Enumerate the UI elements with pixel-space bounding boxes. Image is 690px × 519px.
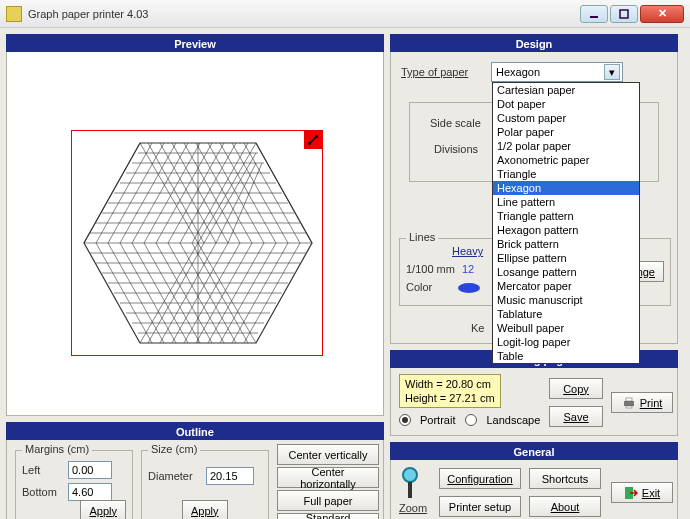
outline-header: Outline — [6, 422, 384, 440]
paper-type-option[interactable]: Ellipse pattern — [493, 251, 639, 265]
print-button[interactable]: Print — [611, 392, 673, 413]
lines-group-title: Lines — [406, 231, 438, 243]
paper-type-option[interactable]: Line pattern — [493, 195, 639, 209]
chevron-down-icon[interactable]: ▾ — [604, 64, 620, 80]
paper-type-option[interactable]: Triangle — [493, 167, 639, 181]
preview-header: Preview — [6, 34, 384, 52]
size-group-title: Size (cm) — [148, 443, 200, 455]
margin-bottom-input[interactable] — [68, 483, 112, 501]
paper-type-option[interactable]: Tablature — [493, 307, 639, 321]
paper-type-option[interactable]: Table — [493, 349, 639, 363]
exit-button[interactable]: Exit — [611, 482, 673, 503]
printer-icon — [622, 397, 636, 409]
mm-value: 12 — [462, 263, 474, 275]
app-icon — [6, 6, 22, 22]
titlebar: Graph paper printer 4.03 ✕ — [0, 0, 690, 28]
window-title: Graph paper printer 4.03 — [28, 8, 580, 20]
printing-panel: Width = 20.80 cm Height = 27.21 cm Portr… — [390, 368, 678, 436]
printer-setup-button[interactable]: Printer setup — [439, 496, 521, 517]
design-header: Design — [390, 34, 678, 52]
paper-type-option[interactable]: Brick pattern — [493, 237, 639, 251]
paper-type-option[interactable]: Weibull paper — [493, 321, 639, 335]
center-horizontally-button[interactable]: Center horizontally — [277, 467, 379, 488]
paper-type-option[interactable]: Triangle pattern — [493, 209, 639, 223]
paper-type-option[interactable]: Dot paper — [493, 97, 639, 111]
maximize-button[interactable] — [610, 5, 638, 23]
margin-left-input[interactable] — [68, 461, 112, 479]
divisions-label: Divisions — [434, 143, 478, 155]
svg-rect-70 — [408, 482, 412, 498]
paper-type-option[interactable]: Polar paper — [493, 125, 639, 139]
size-apply-button[interactable]: Apply — [182, 500, 228, 519]
heavy-label: Heavy — [452, 245, 483, 257]
general-panel: Zoom Configuration Printer setup Shortcu… — [390, 460, 678, 519]
margins-group-title: Margins (cm) — [22, 443, 92, 455]
portrait-radio[interactable]: Portrait — [399, 414, 455, 426]
configuration-button[interactable]: Configuration — [439, 468, 521, 489]
paper-type-option[interactable]: Mercator paper — [493, 279, 639, 293]
paper-type-option[interactable]: Hexagon pattern — [493, 223, 639, 237]
paper-type-option[interactable]: Custom paper — [493, 111, 639, 125]
page-width: Width = 20.80 cm — [405, 377, 495, 391]
svg-rect-66 — [624, 401, 634, 406]
paper-type-option[interactable]: Losange pattern — [493, 265, 639, 279]
outline-panel: Margins (cm) Left Bottom Apply Size (cm)… — [6, 440, 384, 519]
paper-type-option[interactable]: Axonometric paper — [493, 153, 639, 167]
left-label: Left — [22, 464, 62, 476]
paper-type-option[interactable]: Hexagon — [493, 181, 639, 195]
paper-outline — [71, 130, 323, 356]
copy-button[interactable]: Copy — [549, 378, 603, 399]
magnifier-icon[interactable] — [399, 466, 421, 500]
svg-line-36 — [204, 153, 256, 243]
svg-rect-68 — [626, 406, 632, 408]
standard-margins-button[interactable]: Standard margins — [277, 513, 379, 519]
side-scale-label: Side scale — [430, 117, 481, 129]
paper-type-combo[interactable]: Hexagon ▾ Cartesian paperDot paperCustom… — [491, 62, 623, 82]
exit-icon — [624, 486, 638, 500]
bottom-label: Bottom — [22, 486, 62, 498]
paper-type-value: Hexagon — [496, 66, 540, 78]
ke-label: Ke — [471, 322, 484, 334]
paper-type-dropdown[interactable]: Cartesian paperDot paperCustom paperPola… — [492, 82, 640, 364]
zoom-label[interactable]: Zoom — [399, 502, 427, 514]
paper-type-option[interactable]: Cartesian paper — [493, 83, 639, 97]
svg-rect-1 — [620, 10, 628, 18]
about-button[interactable]: About — [529, 496, 601, 517]
svg-point-69 — [403, 468, 417, 482]
minimize-button[interactable] — [580, 5, 608, 23]
paper-type-option[interactable]: Music manuscript — [493, 293, 639, 307]
color-swatch[interactable] — [458, 283, 480, 293]
center-vertically-button[interactable]: Center vertically — [277, 444, 379, 465]
page-dimensions-box: Width = 20.80 cm Height = 27.21 cm — [399, 374, 501, 408]
landscape-radio[interactable]: Landscape — [465, 414, 540, 426]
save-button[interactable]: Save — [549, 406, 603, 427]
preview-pane — [6, 52, 384, 416]
color-label: Color — [406, 281, 432, 293]
general-header: General — [390, 442, 678, 460]
margins-apply-button[interactable]: Apply — [80, 500, 126, 519]
shortcuts-button[interactable]: Shortcuts — [529, 468, 601, 489]
svg-rect-67 — [626, 398, 632, 401]
diameter-input[interactable] — [206, 467, 254, 485]
mm-label: 1/100 mm — [406, 263, 455, 275]
margins-group: Margins (cm) Left Bottom Apply — [15, 450, 133, 519]
close-button[interactable]: ✕ — [640, 5, 684, 23]
type-of-paper-label: Type of paper — [401, 66, 485, 78]
full-paper-button[interactable]: Full paper — [277, 490, 379, 511]
paper-type-option[interactable]: Logit-log paper — [493, 335, 639, 349]
size-group: Size (cm) Diameter Apply — [141, 450, 269, 519]
diameter-label: Diameter — [148, 470, 200, 482]
design-panel: Type of paper Hexagon ▾ Cartesian paperD… — [390, 52, 678, 344]
page-height: Height = 27.21 cm — [405, 391, 495, 405]
paper-type-option[interactable]: 1/2 polar paper — [493, 139, 639, 153]
hexagon-preview — [82, 137, 314, 349]
